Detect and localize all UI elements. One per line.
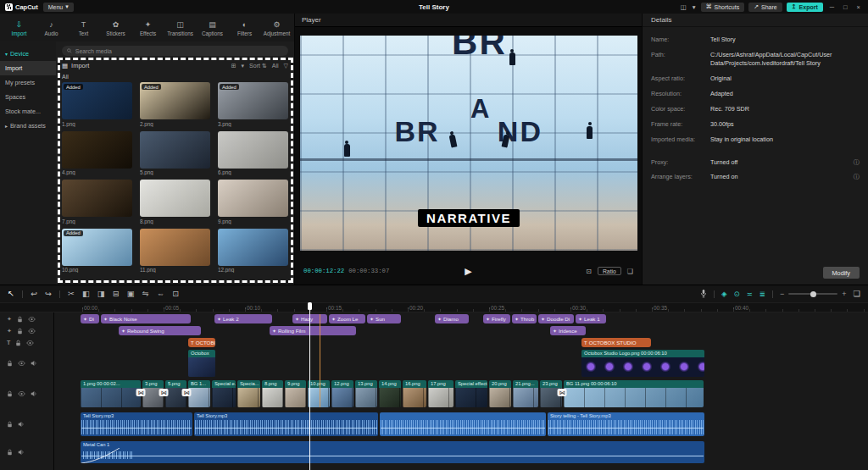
lock-icon[interactable] [17,328,23,335]
media-item[interactable]: 7.png [62,180,132,224]
fullscreen-icon[interactable]: ❏ [627,268,633,275]
effect-clip[interactable]: ✦Black Noise [101,314,191,323]
video-clip[interactable]: 17.png [428,380,453,407]
track-header[interactable] [0,380,54,407]
filter-icon[interactable]: ▽ [284,63,288,69]
mute-icon[interactable] [18,449,25,456]
magnet-icon[interactable]: ◈ [721,290,727,298]
video-clip[interactable]: 13.png [355,380,377,407]
info-icon[interactable]: ⓘ [854,158,860,167]
lock-icon[interactable] [7,421,13,428]
sidebar-item-my-presets[interactable]: My presets [0,75,56,90]
grid-view-icon[interactable]: ⊞ [231,63,236,69]
video-clip[interactable]: 10.png [308,380,330,407]
redo-icon[interactable]: ↪ [45,290,52,298]
video-clip[interactable]: BG 11.png 00:00:06:10 [564,380,704,407]
tab-adjustment[interactable]: ⚙Adjustment [261,15,292,41]
transition-icon[interactable]: ⋈ [182,389,192,396]
video-clip[interactable]: 12.png [331,380,353,407]
export-button[interactable]: ↥ Export [787,3,823,12]
freeze-icon[interactable]: ▣ [127,290,135,298]
reverse-icon[interactable]: ⇋ [142,290,149,298]
video-clip[interactable]: Specia... [237,380,260,407]
layout-panels-icon[interactable]: ◫ [680,3,687,11]
effect-clip[interactable]: ✦Diamo [435,314,469,323]
video-clip[interactable]: BG 1... [188,380,210,407]
effect-clip[interactable]: ✦Di [81,314,99,323]
effect-clip[interactable]: ✦Sun [367,314,401,323]
eye-icon[interactable] [28,317,36,322]
fit-timeline-icon[interactable]: ❏ [853,290,860,298]
audio-clip[interactable]: Story telling - Tell Story.mp3 [548,412,704,436]
timeline-ruler[interactable]: 00:0000:0500:1000:1500:2000:2500:3000:35… [0,302,868,312]
tab-audio[interactable]: ♪Audio [36,15,67,41]
overlay-clip[interactable]: Octobox Studio Logo.png 00:00:06:10 [581,350,704,377]
audio-clip[interactable]: Tell Story.mp3 [194,412,378,436]
media-item[interactable]: Added1.png [62,82,132,127]
tab-stickers[interactable]: ✿Stickers [100,15,131,41]
overlay-clip[interactable]: Octobox [188,350,215,377]
layout-chevron-icon[interactable]: ▾ [692,3,697,11]
video-clip[interactable]: 9.png [285,380,306,407]
delete-right-icon[interactable]: ◨ [97,290,105,298]
media-item[interactable]: 6.png [218,131,288,176]
track-header[interactable] [0,441,54,463]
lock-icon[interactable] [7,449,13,456]
transition-icon[interactable]: ⋈ [136,389,146,396]
tab-filters[interactable]: ◐Filters [229,15,260,41]
zoom-slider-knob[interactable] [810,291,816,297]
effect-clip[interactable]: ✦Leak 2 [214,314,272,323]
video-preview[interactable]: BR BR A ND NARRATIVE [300,36,637,251]
video-clip[interactable]: Special e... [212,380,236,407]
effect-icon[interactable]: ✦ [7,316,12,323]
delete-icon[interactable]: ⊟ [113,290,120,298]
lock-icon[interactable] [7,390,13,397]
video-clip[interactable]: 14.png [379,380,401,407]
lock-icon[interactable] [7,360,13,367]
tab-text[interactable]: TText [68,15,99,41]
sidebar-item-device[interactable]: ▾Device [0,47,56,61]
audio-clip[interactable]: Tell Story.mp3 [81,412,192,436]
effect-clip[interactable]: ✦Rebound Swing [119,326,201,335]
eye-icon[interactable] [18,361,25,366]
effect-clip[interactable]: ✦Firefly [483,314,510,323]
lock-icon[interactable] [17,316,23,323]
video-clip[interactable]: Special effect... [455,380,487,407]
video-clip[interactable]: 8.png [262,380,283,407]
track-header[interactable]: ✦ [0,314,54,323]
media-item[interactable]: 11.png [140,229,210,274]
menu-button[interactable]: Menu ▾ [43,3,74,12]
effect-clip[interactable]: ✦Doodle Di [538,314,574,323]
shortcuts-button[interactable]: ⌘ Shortcuts [701,3,745,12]
media-item[interactable]: 12.png [218,229,288,274]
mute-icon[interactable] [31,390,37,397]
sidebar-item-import[interactable]: Import [0,61,56,75]
effect-icon[interactable]: ✦ [7,328,12,335]
media-item[interactable]: 4.png [62,131,132,176]
media-item[interactable]: 8.png [140,180,210,224]
tab-effects[interactable]: ✦Effects [132,15,164,41]
video-clip[interactable]: 16.png [403,380,426,407]
sidebar-item-stock-mate-[interactable]: Stock mate... [0,104,56,119]
preview-axis-icon[interactable]: ≣ [760,290,765,298]
audio-clip[interactable]: Metal Can 1 [81,441,704,463]
close-button[interactable]: × [854,3,863,11]
share-button[interactable]: ↗ Share [748,3,782,12]
filter-all-dropdown[interactable]: All [272,63,279,69]
search-box[interactable] [62,46,288,56]
minimize-button[interactable]: ─ [827,3,837,11]
effect-clip[interactable]: ✦Zoom Le [329,314,365,323]
zoom-slider[interactable] [788,293,837,295]
select-tool-icon[interactable]: ↖ [8,290,14,298]
effect-clip[interactable]: ✦Rolling Film [270,326,356,335]
track-header[interactable]: ✦ [0,326,54,335]
info-icon[interactable]: ⓘ [854,173,860,181]
snapshot-icon[interactable]: ⊡ [586,268,592,275]
mirror-icon[interactable]: ⇔ [157,290,165,298]
text-icon[interactable]: T [7,340,10,346]
tab-transitions[interactable]: ◫Transitions [164,15,196,41]
sidebar-item-spaces[interactable]: Spaces [0,90,56,104]
transition-icon[interactable]: ⋈ [159,389,169,396]
tab-import[interactable]: ⇩Import [3,15,35,41]
media-item[interactable]: Added10.png [62,229,132,274]
